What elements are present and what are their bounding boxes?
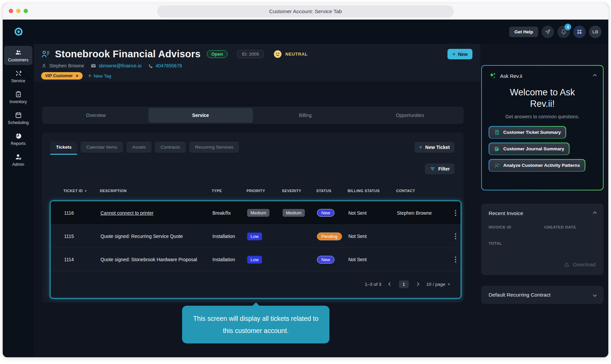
tab-billing[interactable]: Billing <box>253 108 358 123</box>
window-controls <box>9 9 28 13</box>
customer-tag[interactable]: VIP Customer ✕ <box>41 72 83 80</box>
table-row[interactable]: 1114 Quote signed: Stonebrook Hardware P… <box>51 248 461 271</box>
previous-page-button[interactable] <box>389 283 391 285</box>
ticket-summary-icon <box>494 129 500 135</box>
filter-label: Filter <box>438 166 450 172</box>
billing-status: Not Sent <box>348 234 397 239</box>
billing-status: Not Sent <box>348 257 397 262</box>
current-page-button[interactable]: 1 <box>399 280 409 288</box>
admin-gear-icon <box>15 153 22 160</box>
coach-tooltip: This screen will display all tickets rel… <box>182 306 329 343</box>
column-type[interactable]: TYPE <box>212 189 246 193</box>
ask-revii-panel: Ask Rev.ii Welcome to Ask Rev.ii! Get an… <box>481 65 604 190</box>
clipboard-check-icon <box>15 91 22 98</box>
status-cell: New <box>317 209 348 217</box>
sidebar-item-customers[interactable]: Customers <box>4 46 32 65</box>
next-page-button[interactable] <box>416 283 419 285</box>
subtab-calendar-items[interactable]: Calendar Items <box>81 142 123 153</box>
tab-service[interactable]: Service <box>148 108 253 123</box>
ask-panel-title: Ask Rev.ii <box>500 73 522 79</box>
user-avatar[interactable]: LB <box>589 26 602 38</box>
severity-cell: Medium <box>283 209 317 217</box>
primary-contact: Stephen Browne <box>41 63 84 69</box>
zoom-window-button[interactable] <box>24 9 28 13</box>
page-size-value: 10 / page <box>426 282 445 287</box>
new-ticket-label: New Ticket <box>425 145 450 150</box>
sidebar-item-reports[interactable]: Reports <box>4 129 32 149</box>
priority-badge: Low <box>247 233 262 240</box>
sidebar-item-label: Customers <box>8 58 28 62</box>
app-switcher-button[interactable] <box>573 26 586 38</box>
tab-overview[interactable]: Overview <box>43 108 148 123</box>
tooltip-text: This screen will display all tickets rel… <box>193 315 319 334</box>
expand-contract-button[interactable] <box>593 294 596 296</box>
row-actions-menu-icon[interactable] <box>455 233 456 239</box>
app-window: Customer Account: Service Tab Get Help 4 <box>3 3 608 357</box>
customer-email-link[interactable]: sbrowne@finance.io <box>99 63 142 68</box>
table-row[interactable]: 1116 Cannot connect to printer Break/fix… <box>51 201 461 224</box>
new-record-button[interactable]: + New <box>447 49 472 59</box>
column-billing-status[interactable]: BILLING STATUS <box>348 189 396 193</box>
billing-status: Not Sent <box>348 210 397 216</box>
column-severity[interactable]: SEVERITY <box>282 189 316 193</box>
row-actions-menu-icon[interactable] <box>455 256 456 263</box>
column-status[interactable]: STATUS <box>316 189 348 193</box>
sidebar-item-scheduling[interactable]: Scheduling <box>4 109 32 128</box>
sidebar-item-service[interactable]: Service <box>4 67 32 86</box>
subtab-assets[interactable]: Assets <box>126 142 152 153</box>
ask-suggested-actions: Customer Ticket Summary Customer Journal… <box>489 126 596 172</box>
analyze-activity-patterns-button[interactable]: Analyze Customer Activity Patterns <box>489 159 585 172</box>
download-label: Download <box>573 262 595 267</box>
priority-badge: Low <box>247 256 262 264</box>
send-feedback-button[interactable] <box>542 26 554 38</box>
customer-journal-summary-button[interactable]: Customer Journal Summary <box>489 143 570 155</box>
download-invoice-button[interactable]: Download <box>563 261 595 268</box>
new-tag-button[interactable]: + New Tag <box>88 73 111 79</box>
total-label: TOTAL <box>489 241 596 245</box>
ticket-type: Installation <box>212 234 247 239</box>
collapse-ask-panel-button[interactable] <box>593 74 596 77</box>
sidebar-item-inventory[interactable]: Inventory <box>4 88 32 107</box>
ticket-description[interactable]: Quote signed: Stonebrook Hardware Propos… <box>100 257 212 262</box>
invoice-id-label: INVOICE ID <box>489 225 544 229</box>
app-logo-icon[interactable] <box>13 27 24 37</box>
close-window-button[interactable] <box>9 9 13 13</box>
tickets-table: 1116 Cannot connect to printer Break/fix… <box>50 201 461 299</box>
sidebar-item-admin[interactable]: Admin <box>4 150 32 170</box>
filter-icon <box>430 166 436 172</box>
plus-icon: + <box>88 73 92 79</box>
new-ticket-button[interactable]: + New Ticket <box>414 142 455 153</box>
customer-ticket-summary-button[interactable]: Customer Ticket Summary <box>489 126 566 139</box>
subtab-tickets[interactable]: Tickets <box>50 142 77 153</box>
filter-button[interactable]: Filter <box>425 163 455 174</box>
column-priority[interactable]: PRIORITY <box>246 189 282 193</box>
paper-plane-icon <box>545 29 551 35</box>
apps-grid-icon <box>576 29 583 35</box>
column-description[interactable]: DESCRIPTION <box>100 189 212 193</box>
priority-cell: Low <box>247 233 283 240</box>
subtab-recurring-services[interactable]: Recurring Services <box>189 142 239 153</box>
tab-opportunities[interactable]: Opportunities <box>358 108 463 123</box>
get-help-button[interactable]: Get Help <box>509 27 538 37</box>
ask-action-label: Customer Journal Summary <box>503 146 564 151</box>
remove-tag-icon[interactable]: ✕ <box>76 74 79 78</box>
app-body: Get Help 4 LB Customers <box>3 20 608 357</box>
sidebar-item-label: Reports <box>11 141 26 146</box>
customer-name: Stonebrook Financial Advisors <box>55 49 201 60</box>
page-size-select[interactable]: 10 / page ▾ <box>426 282 450 287</box>
new-tag-label: New Tag <box>93 73 111 79</box>
column-contact[interactable]: CONTACT <box>396 189 454 193</box>
minimize-window-button[interactable] <box>16 9 21 13</box>
ticket-description-link[interactable]: Cannot connect to printer <box>100 210 212 216</box>
column-ticket-id[interactable]: TICKET ID▾ <box>63 189 100 193</box>
phone-segment: 4047655678 <box>148 63 182 69</box>
ask-action-label: Customer Ticket Summary <box>503 130 561 135</box>
ticket-description[interactable]: Quote signed: Recurring Service Quote <box>100 234 212 239</box>
subtab-contracts[interactable]: Contracts <box>155 142 186 153</box>
table-row[interactable]: 1115 Quote signed: Recurring Service Quo… <box>51 224 461 248</box>
row-actions-menu-icon[interactable] <box>455 210 456 216</box>
customer-phone-link[interactable]: 4047655678 <box>156 63 182 68</box>
notifications-button[interactable]: 4 <box>557 26 570 38</box>
collapse-invoice-button[interactable] <box>593 212 596 215</box>
sidebar-item-label: Service <box>11 79 25 83</box>
